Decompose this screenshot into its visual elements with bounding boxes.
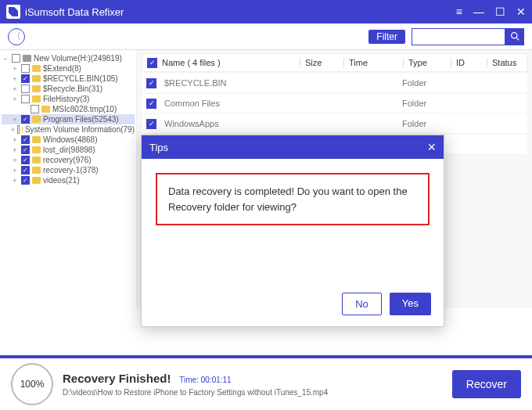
yes-button[interactable]: Yes [390,293,431,315]
expand-icon[interactable]: + [11,126,15,134]
list-row[interactable]: ✓Common FilesFolder [142,94,527,113]
checkbox[interactable]: ✓ [21,115,30,124]
tree-label: $RECYCLE.BIN(105) [43,74,118,83]
app-logo-icon [6,5,20,19]
back-button[interactable]: 〈 [8,28,25,45]
svg-point-0 [511,33,516,38]
checkbox[interactable] [21,95,30,103]
folder-icon [32,95,41,102]
checkbox[interactable]: ✓ [21,156,30,164]
expand-icon[interactable]: + [11,65,19,73]
tree-item[interactable]: +✓Windows(4868) [2,135,135,145]
dialog-message: Data recovery is completed! Do you want … [156,173,430,225]
bottom-info: Recovery Finished! Time: 00:01:11 D:\vid… [63,372,443,397]
tree-item[interactable]: +✓lost_dir(98898) [2,145,135,155]
folder-icon [32,75,41,82]
dialog-header: Tips × [142,135,444,159]
checkbox[interactable]: ✓ [146,119,156,129]
tree-item[interactable]: +✓Program Files(52543) [2,114,135,124]
tree-item[interactable]: +✓videos(21) [2,175,135,185]
progress-circle: 100% [11,363,53,405]
folder-tree[interactable]: − New Volume(H:)(249819) +$Extend(8)+✓$R… [0,50,137,308]
checkbox[interactable] [21,85,30,93]
expand-icon[interactable]: + [11,146,19,154]
recovery-status: Recovery Finished! [63,372,171,385]
tree-item[interactable]: +System Volume Information(79) [2,124,135,135]
close-button[interactable]: ✕ [516,5,526,18]
checkbox[interactable] [17,125,20,134]
recover-button[interactable]: Recover [452,370,521,398]
tree-label: recovery-1(378) [43,166,99,174]
tree-label: System Volume Information(79) [25,125,135,134]
list-row[interactable]: ✓$RECYCLE.BINFolder [142,74,527,92]
col-time[interactable]: Time [343,58,398,67]
tree-label: Program Files(52543) [43,115,119,124]
col-name[interactable]: Name ( 4 files ) [162,58,295,67]
checkbox-all[interactable]: ✓ [147,58,157,68]
tree-item[interactable]: MSIc8028.tmp(10) [2,104,135,114]
col-id[interactable]: ID [451,58,482,67]
app-title: iSumsoft Data Refixer [25,6,456,18]
checkbox[interactable] [31,105,39,113]
tree-label: $Extend(8) [43,64,81,73]
toolbar: 〈 Filter [0,23,532,50]
folder-icon [32,167,41,174]
checkbox[interactable]: ✓ [146,78,156,88]
no-button[interactable]: No [342,293,382,315]
folder-icon [32,65,41,72]
list-row[interactable]: ✓WindowsAppsFolder [142,114,527,133]
search-input[interactable] [412,28,505,45]
expand-icon[interactable]: + [11,136,19,144]
checkbox[interactable]: ✓ [21,166,30,174]
tree-item[interactable]: +✓$RECYCLE.BIN(105) [2,74,135,84]
expand-icon[interactable]: + [11,116,19,124]
expand-icon[interactable]: + [11,167,19,174]
tree-label: MSIc8028.tmp(10) [52,105,117,113]
tree-item[interactable]: +✓recovery-1(378) [2,165,135,175]
minimize-button[interactable]: — [473,5,484,18]
checkbox[interactable]: ✓ [21,176,30,185]
cell-name: $RECYCLE.BIN [161,78,294,88]
checkbox[interactable]: ✓ [21,135,30,144]
search-button[interactable] [505,28,524,45]
checkbox[interactable]: ✓ [146,99,156,109]
expand-icon[interactable]: + [11,95,19,103]
checkbox[interactable] [21,64,30,73]
folder-icon [32,146,41,153]
folder-icon [32,136,41,143]
cell-type: Folder [402,119,445,128]
folder-icon [32,85,41,92]
title-bar: iSumsoft Data Refixer ≡ — ☐ ✕ [0,0,532,23]
folder-icon [32,177,41,184]
expand-icon[interactable]: + [11,85,19,93]
folder-icon [41,106,50,113]
tree-item[interactable]: +$Extend(8) [2,63,135,74]
cell-name: Common Files [161,99,294,108]
search-icon [510,31,520,41]
tree-label: $Recycle.Bin(31) [43,85,102,93]
checkbox[interactable] [12,54,20,63]
expand-icon[interactable]: + [11,156,19,164]
maximize-button[interactable]: ☐ [495,5,505,18]
tree-item[interactable]: +$Recycle.Bin(31) [2,84,135,94]
tree-root[interactable]: − New Volume(H:)(249819) [2,53,135,63]
col-size[interactable]: Size [300,58,339,67]
expand-icon[interactable]: + [11,75,19,83]
tree-item[interactable]: +✓recovery(976) [2,155,135,165]
dialog-title: Tips [149,142,168,153]
menu-icon[interactable]: ≡ [456,5,462,18]
col-status[interactable]: Status [487,58,522,67]
filter-button[interactable]: Filter [368,30,405,44]
col-type[interactable]: Type [403,58,446,67]
checkbox[interactable]: ✓ [21,146,30,154]
expand-icon[interactable]: + [11,177,19,185]
checkbox[interactable]: ✓ [21,74,30,83]
tree-label: lost_dir(98898) [43,146,95,154]
collapse-icon[interactable]: − [2,55,9,63]
folder-icon [32,116,41,123]
tips-dialog: Tips × Data recovery is completed! Do yo… [141,135,444,327]
cell-name: WindowsApps [161,119,294,128]
tree-label: FileHistory(3) [43,95,89,103]
dialog-close-button[interactable]: × [427,139,436,156]
tree-item[interactable]: +FileHistory(3) [2,94,135,104]
